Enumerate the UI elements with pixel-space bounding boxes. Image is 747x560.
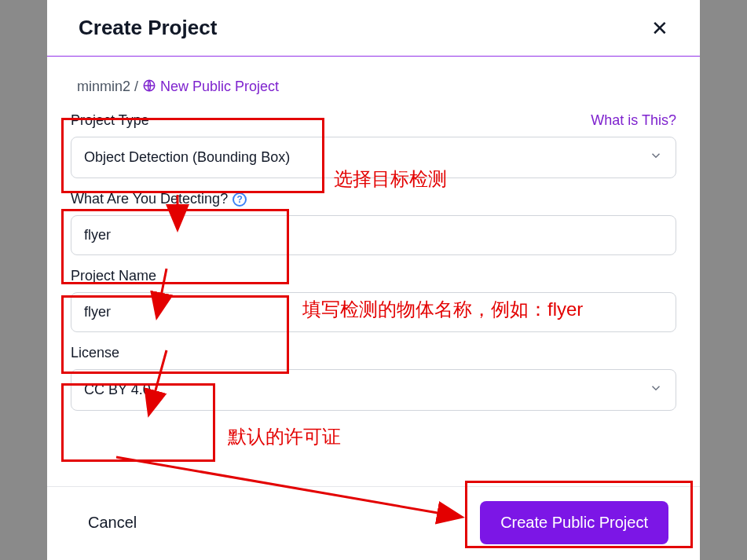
breadcrumb-new-project: New Public Project <box>160 79 279 94</box>
project-type-value: Object Detection (Bounding Box) <box>84 149 290 166</box>
create-public-project-button[interactable]: Create Public Project <box>480 501 668 544</box>
project-name-input[interactable] <box>84 304 663 320</box>
modal-body: minmin2 / New Public Project Project Typ… <box>47 57 700 433</box>
globe-icon <box>142 79 156 97</box>
license-label: License <box>71 345 119 361</box>
project-type-select[interactable]: Object Detection (Bounding Box) <box>71 137 676 178</box>
breadcrumb-workspace: minmin2 <box>77 79 130 94</box>
project-type-label: Project Type <box>71 112 149 129</box>
close-icon[interactable]: ✕ <box>651 18 668 38</box>
what-is-this-link[interactable]: What is This? <box>591 112 676 129</box>
chevron-down-icon <box>649 381 663 399</box>
breadcrumb-sep: / <box>130 79 142 94</box>
project-name-input-wrap <box>71 292 676 332</box>
detecting-input-wrap <box>71 215 676 255</box>
info-icon[interactable]: ? <box>233 192 247 207</box>
project-name-field: Project Name <box>71 268 676 332</box>
license-value: CC BY 4.0 <box>84 382 151 398</box>
detecting-input[interactable] <box>84 227 663 243</box>
license-field: License CC BY 4.0 <box>71 345 676 411</box>
create-project-modal: Create Project ✕ minmin2 / New Public Pr… <box>47 0 700 560</box>
modal-title: Create Project <box>79 16 217 40</box>
license-select[interactable]: CC BY 4.0 <box>71 369 676 411</box>
chevron-down-icon <box>649 148 663 167</box>
detecting-field: What Are You Detecting? ? <box>71 191 676 255</box>
detecting-label: What Are You Detecting? ? <box>71 191 247 207</box>
cancel-button[interactable]: Cancel <box>79 506 146 540</box>
modal-footer: Cancel Create Public Project <box>47 486 700 560</box>
modal-header: Create Project ✕ <box>47 0 700 57</box>
project-name-label: Project Name <box>71 268 156 284</box>
breadcrumb: minmin2 / New Public Project <box>71 79 676 97</box>
detecting-label-text: What Are You Detecting? <box>71 191 228 207</box>
project-type-field: Project Type What is This? Object Detect… <box>71 112 676 178</box>
